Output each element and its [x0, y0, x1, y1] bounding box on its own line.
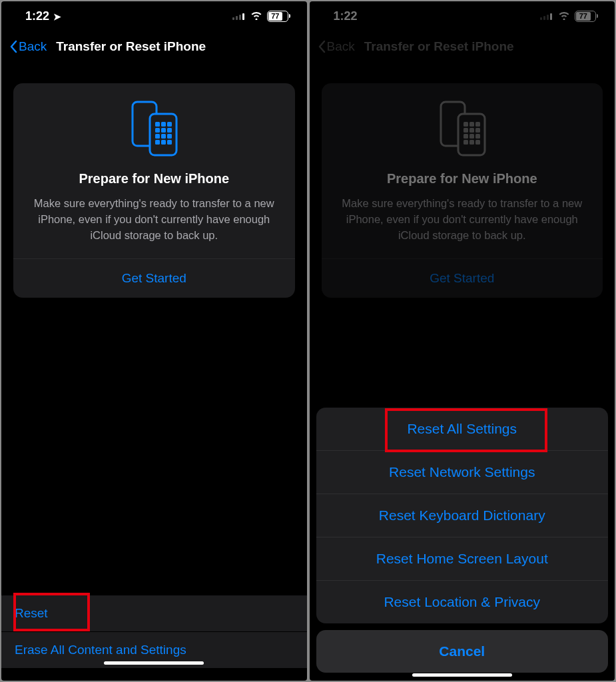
- card-title: Prepare for New iPhone: [27, 171, 282, 186]
- svg-rect-13: [167, 140, 172, 145]
- wifi-icon: [557, 10, 571, 23]
- svg-rect-17: [469, 122, 474, 127]
- page-title: Transfer or Reset iPhone: [364, 39, 514, 54]
- svg-rect-16: [463, 122, 468, 127]
- nav-header: Back Transfer or Reset iPhone: [310, 27, 615, 65]
- cellular-icon: [232, 13, 244, 20]
- devices-icon: [436, 99, 489, 158]
- back-button[interactable]: Back: [9, 39, 47, 54]
- reset-keyboard-dictionary-button[interactable]: Reset Keyboard Dictionary: [316, 494, 609, 537]
- card-body: Make sure everything's ready to transfer…: [27, 196, 282, 258]
- screen-left: 1:22 ➤ 77 Back Transfer or Reset iPhone: [1, 1, 307, 681]
- svg-rect-9: [161, 134, 166, 139]
- get-started-button[interactable]: Get Started: [27, 259, 282, 298]
- battery-level: 77: [268, 12, 283, 21]
- svg-rect-21: [475, 128, 480, 133]
- svg-rect-10: [167, 134, 172, 139]
- svg-rect-23: [469, 134, 474, 139]
- nav-header: Back Transfer or Reset iPhone: [1, 27, 307, 65]
- devices-icon: [127, 99, 180, 158]
- status-bar: 1:22 ➤ 77: [1, 1, 307, 27]
- prepare-card: Prepare for New iPhone Make sure everyth…: [322, 83, 603, 298]
- action-sheet: Reset All Settings Reset Network Setting…: [316, 408, 609, 673]
- svg-rect-8: [155, 134, 160, 139]
- svg-rect-20: [469, 128, 474, 133]
- svg-rect-19: [463, 128, 468, 133]
- svg-rect-27: [475, 140, 480, 145]
- svg-rect-18: [475, 122, 480, 127]
- wifi-icon: [250, 10, 263, 23]
- svg-rect-12: [161, 140, 166, 145]
- cancel-button[interactable]: Cancel: [316, 630, 609, 673]
- sheet-options: Reset All Settings Reset Network Setting…: [316, 408, 609, 623]
- card-title: Prepare for New iPhone: [335, 171, 590, 186]
- reset-all-settings-button[interactable]: Reset All Settings: [316, 408, 609, 451]
- location-icon: ➤: [53, 11, 61, 22]
- reset-home-screen-layout-button[interactable]: Reset Home Screen Layout: [316, 537, 609, 581]
- prepare-card: Prepare for New iPhone Make sure everyth…: [13, 83, 295, 298]
- cellular-icon: [540, 13, 552, 20]
- home-indicator[interactable]: [412, 673, 512, 677]
- reset-button[interactable]: Reset: [1, 595, 307, 632]
- svg-rect-24: [475, 134, 480, 139]
- svg-rect-25: [463, 140, 468, 145]
- svg-rect-26: [469, 140, 474, 145]
- reset-location-privacy-button[interactable]: Reset Location & Privacy: [316, 581, 609, 623]
- svg-rect-3: [161, 122, 166, 127]
- svg-rect-5: [155, 128, 160, 133]
- back-label: Back: [327, 39, 355, 54]
- back-button: Back: [318, 39, 355, 54]
- page-title: Transfer or Reset iPhone: [56, 39, 206, 54]
- chevron-left-icon: [9, 40, 17, 53]
- battery-level: 77: [576, 12, 591, 21]
- status-time: 1:22: [334, 9, 358, 23]
- battery-icon: 77: [267, 11, 288, 22]
- chevron-left-icon: [318, 40, 326, 53]
- bottom-options: Reset Erase All Content and Settings: [1, 595, 307, 669]
- svg-rect-11: [155, 140, 160, 145]
- get-started-button: Get Started: [335, 259, 590, 298]
- battery-icon: 77: [575, 11, 596, 22]
- svg-rect-7: [167, 128, 172, 133]
- svg-rect-4: [167, 122, 172, 127]
- card-body: Make sure everything's ready to transfer…: [335, 196, 590, 258]
- home-indicator[interactable]: [104, 661, 204, 665]
- svg-rect-2: [155, 122, 160, 127]
- svg-rect-6: [161, 128, 166, 133]
- svg-rect-22: [463, 134, 468, 139]
- back-label: Back: [19, 39, 47, 54]
- screen-right: 1:22 77 Back Transfer or Reset iPhone: [310, 1, 615, 681]
- reset-network-settings-button[interactable]: Reset Network Settings: [316, 451, 609, 494]
- status-time: 1:22: [25, 9, 49, 23]
- status-bar: 1:22 77: [310, 1, 615, 27]
